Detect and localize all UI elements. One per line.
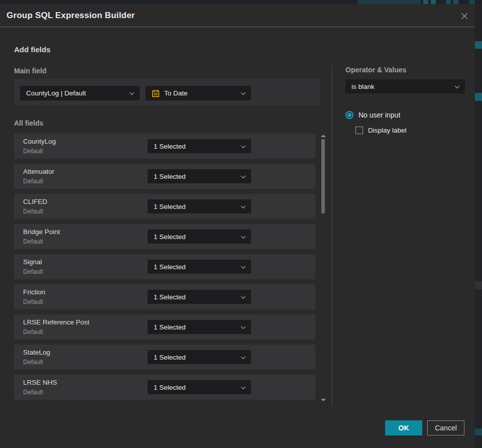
field-selected-dropdown[interactable]: 1 Selected — [148, 290, 251, 304]
operator-values-label: Operator & Values — [345, 66, 406, 74]
chevron-down-icon — [241, 90, 246, 95]
calendar-icon — [152, 89, 160, 97]
chevron-down-icon — [241, 354, 246, 359]
dialog-title: Group SQL Expression Builder — [7, 11, 135, 21]
group-sql-expression-builder-dialog: Group SQL Expression Builder Add fields … — [0, 4, 475, 448]
ok-button[interactable]: OK — [385, 420, 422, 435]
field-selected-dropdown[interactable]: 1 Selected — [148, 350, 251, 364]
dropdown-value: 1 Selected — [154, 354, 242, 361]
dialog-title-bar: Group SQL Expression Builder — [0, 4, 475, 27]
background-toolbar-segment — [469, 0, 475, 4]
background-list-item — [475, 41, 482, 49]
background-toolbar-segment — [446, 0, 451, 4]
field-row: LRSE Reference Post Default 1 Selected — [14, 314, 315, 340]
field-row: StateLog Default 1 Selected — [14, 345, 315, 370]
live-view-label: Live view — [371, 0, 397, 1]
background-list-item — [475, 281, 482, 289]
main-field-type-select[interactable]: To Date — [146, 86, 251, 100]
field-subtitle: Default — [23, 268, 43, 275]
chevron-down-icon — [455, 83, 460, 88]
background-toolbar-segment — [453, 0, 458, 4]
field-name: Bridge Point — [23, 228, 60, 236]
chevron-down-icon — [241, 173, 246, 178]
no-user-input-radio[interactable]: No user input — [345, 111, 400, 119]
chevron-down-icon — [241, 264, 246, 269]
dropdown-value: 1 Selected — [154, 293, 242, 301]
all-fields-list: CountyLog Default 1 Selected Attenuator … — [14, 134, 315, 400]
field-name: Friction — [23, 288, 45, 296]
field-row: CountyLog Default 1 Selected — [14, 134, 315, 159]
main-field-label: Main field — [14, 67, 47, 75]
background-list-item — [475, 428, 482, 435]
field-name: CountyLog — [23, 138, 56, 145]
field-selected-dropdown[interactable]: 1 Selected — [148, 199, 251, 213]
background-toolbar-segment — [431, 0, 436, 4]
field-subtitle: Default — [23, 178, 43, 185]
field-selected-dropdown[interactable]: 1 Selected — [148, 320, 251, 334]
live-view-button[interactable]: Live view — [357, 0, 421, 4]
checkbox-unchecked-icon — [355, 127, 363, 134]
chevron-down-icon — [241, 234, 246, 239]
cancel-button[interactable]: Cancel — [427, 420, 464, 435]
field-name: LRSE NHS — [23, 379, 57, 386]
dropdown-value: is blank — [351, 83, 455, 90]
field-name: Attenuator — [23, 168, 54, 175]
field-selected-dropdown[interactable]: 1 Selected — [148, 380, 251, 394]
radio-selected-icon — [345, 111, 353, 119]
dropdown-value: 1 Selected — [154, 173, 242, 180]
field-name: LRSE Reference Post — [23, 318, 89, 326]
radio-dot — [347, 113, 351, 117]
dropdown-value: 1 Selected — [154, 384, 242, 391]
field-row: Bridge Point Default 1 Selected — [14, 224, 315, 249]
field-row: Signal Default 1 Selected — [14, 254, 315, 279]
main-field-panel: CountyLog | Default To Date — [14, 79, 320, 105]
column-divider — [332, 64, 332, 406]
scroll-up-icon[interactable] — [321, 135, 326, 137]
field-subtitle: Default — [23, 389, 43, 396]
background-toolbar-segment — [423, 0, 428, 4]
field-subtitle: Default — [23, 359, 43, 366]
chevron-down-icon — [241, 203, 246, 208]
dropdown-value: 1 Selected — [154, 203, 242, 210]
field-subtitle: Default — [23, 298, 43, 305]
dropdown-value: CountyLog | Default — [26, 89, 130, 97]
chevron-down-icon — [241, 384, 246, 389]
field-row: CLIFED Default 1 Selected — [14, 194, 315, 219]
display-label-checkbox[interactable]: Display label — [355, 127, 407, 134]
field-row: Attenuator Default 1 Selected — [14, 164, 315, 189]
background-list-item — [475, 93, 482, 101]
operator-select[interactable]: is blank — [345, 79, 465, 93]
chevron-down-icon — [241, 324, 246, 329]
field-subtitle: Default — [23, 328, 43, 335]
close-button[interactable] — [459, 11, 470, 22]
field-row: Friction Default 1 Selected — [14, 284, 315, 309]
close-icon — [460, 12, 468, 20]
field-subtitle: Default — [23, 238, 43, 245]
field-selected-dropdown[interactable]: 1 Selected — [148, 230, 251, 244]
field-selected-dropdown[interactable]: 1 Selected — [148, 139, 251, 153]
radio-label: No user input — [358, 111, 400, 119]
screen: Live view Group SQL Expression Builder A… — [0, 0, 482, 448]
field-name: StateLog — [23, 349, 50, 356]
scroll-down-icon[interactable] — [321, 399, 326, 401]
background-app-right-strip — [475, 4, 482, 448]
main-field-select[interactable]: CountyLog | Default — [20, 86, 140, 100]
field-subtitle: Default — [23, 148, 43, 155]
dropdown-value: 1 Selected — [154, 323, 242, 331]
field-selected-dropdown[interactable]: 1 Selected — [148, 169, 251, 183]
field-subtitle: Default — [23, 208, 43, 215]
dropdown-value: To Date — [164, 89, 242, 97]
background-app-top-strip: Live view — [0, 0, 482, 4]
all-fields-label: All fields — [14, 119, 43, 127]
scrollbar-thumb[interactable] — [321, 139, 325, 213]
checkbox-label: Display label — [368, 127, 407, 134]
field-row: LRSE NHS Default 1 Selected — [14, 375, 315, 400]
section-heading: Add fields — [14, 45, 51, 54]
chevron-down-icon — [130, 90, 135, 95]
dropdown-value: 1 Selected — [154, 263, 242, 271]
field-selected-dropdown[interactable]: 1 Selected — [148, 260, 251, 274]
field-name: CLIFED — [23, 198, 47, 205]
dropdown-value: 1 Selected — [154, 233, 242, 241]
chevron-down-icon — [241, 294, 246, 299]
chevron-down-icon — [241, 143, 246, 148]
